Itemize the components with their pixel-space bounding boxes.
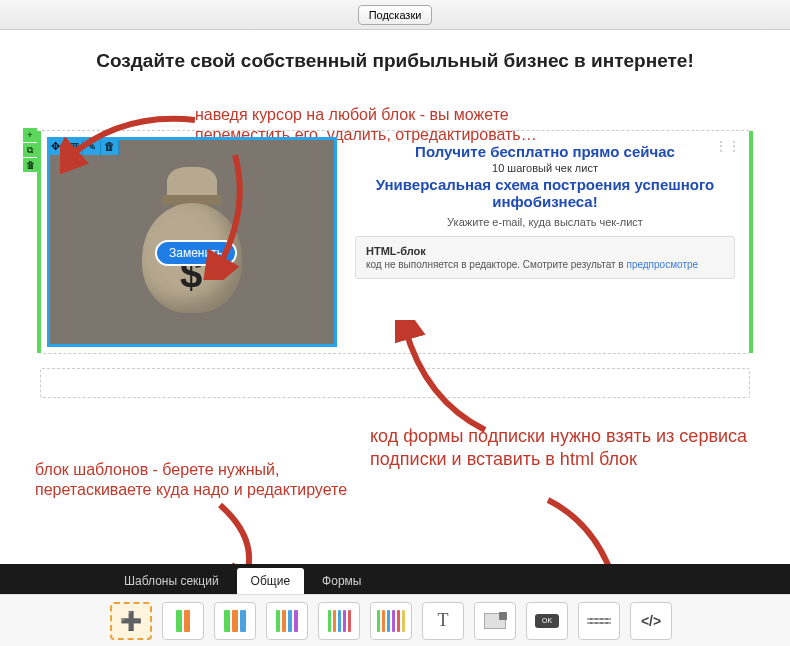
template-5col[interactable]	[318, 602, 360, 640]
section-add-icon[interactable]: +	[23, 128, 37, 142]
html-block-title: HTML-блок	[366, 245, 724, 257]
template-button[interactable]: OK	[526, 602, 568, 640]
template-3col[interactable]	[214, 602, 256, 640]
template-image[interactable]	[474, 602, 516, 640]
move-icon[interactable]: ✥	[47, 137, 65, 155]
section-handle-right[interactable]	[749, 131, 753, 353]
button-icon: OK	[535, 614, 559, 628]
trash-icon[interactable]: 🗑	[101, 137, 119, 155]
lines-icon	[587, 616, 611, 626]
section-handle-left[interactable]	[37, 131, 41, 353]
tab-sections[interactable]: Шаблоны секций	[110, 568, 233, 594]
template-html[interactable]: </>	[630, 602, 672, 640]
section-block[interactable]: + ⧉ 🗑 ⋮⋮ ✥ ▥ ✎ 🗑 $ Заменить Получите б	[40, 130, 750, 354]
top-toolbar: Подсказки	[0, 0, 790, 30]
image-icon	[484, 613, 506, 629]
template-4col[interactable]	[266, 602, 308, 640]
layout-icon[interactable]: ▥	[65, 137, 83, 155]
template-text[interactable]: T	[422, 602, 464, 640]
heading-1: Получите бесплатно прямо сейчас	[355, 143, 735, 160]
plus-icon: ➕	[120, 610, 142, 632]
section-del-icon[interactable]: 🗑	[23, 158, 37, 172]
image-block[interactable]: ✥ ▥ ✎ 🗑 $ Заменить	[47, 137, 337, 347]
email-hint: Укажите e-mail, куда выслать чек-лист	[355, 216, 735, 228]
heading-2: Универсальная схема построения успешного…	[355, 176, 735, 210]
template-divider[interactable]	[578, 602, 620, 640]
template-row: ➕ T OK </>	[0, 594, 790, 646]
template-2col[interactable]	[162, 602, 204, 640]
drag-handle-icon[interactable]: ⋮⋮	[715, 139, 741, 153]
tab-forms[interactable]: Формы	[308, 568, 375, 594]
editor-canvas: Создайте свой собственный прибыльный биз…	[0, 30, 790, 564]
edit-icon[interactable]: ✎	[83, 137, 101, 155]
replace-button[interactable]: Заменить	[155, 240, 237, 266]
page-title: Создайте свой собственный прибыльный биз…	[40, 50, 750, 72]
annotation-form-code: код формы подписки нужно взять из сервис…	[370, 425, 750, 470]
html-block-note: код не выполняется в редакторе. Смотрите…	[366, 259, 626, 270]
text-column[interactable]: Получите бесплатно прямо сейчас 10 шагов…	[347, 137, 743, 347]
image-block-toolbar: ✥ ▥ ✎ 🗑	[47, 137, 119, 155]
template-tabs: Шаблоны секций Общие Формы	[0, 564, 790, 594]
text-icon: T	[438, 610, 449, 631]
hints-button[interactable]: Подсказки	[358, 5, 433, 25]
subheading-1: 10 шаговый чек лист	[355, 162, 735, 174]
code-icon: </>	[641, 613, 661, 629]
template-6col[interactable]	[370, 602, 412, 640]
tab-general[interactable]: Общие	[237, 568, 304, 594]
preview-link[interactable]: предпросмотре	[626, 259, 698, 270]
template-add[interactable]: ➕	[110, 602, 152, 640]
empty-section-placeholder[interactable]	[40, 368, 750, 398]
bottom-panel: Шаблоны секций Общие Формы ➕ T OK </>	[0, 564, 790, 646]
html-block[interactable]: HTML-блок код не выполняется в редакторе…	[355, 236, 735, 279]
section-side-controls[interactable]: + ⧉ 🗑	[23, 128, 37, 173]
section-dup-icon[interactable]: ⧉	[23, 143, 37, 157]
annotation-templates: блок шаблонов - берете нужный, перетаски…	[35, 460, 355, 500]
